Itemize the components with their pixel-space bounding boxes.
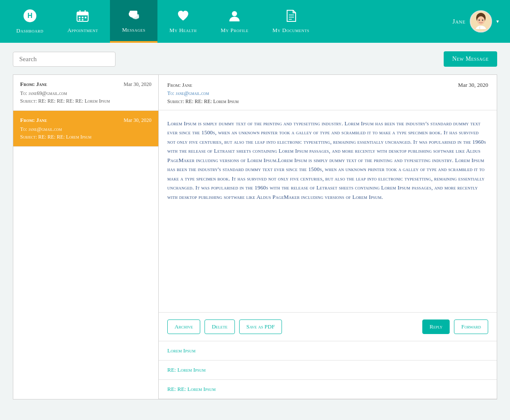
message-detail-header: From: Jane To: jane@gmail.com Subject: R… <box>159 75 497 110</box>
detail-to: To: jane@gmail.com <box>167 90 239 97</box>
action-row: Archive Delete Save as PDF Reply Forward <box>159 312 497 341</box>
svg-rect-10 <box>82 19 83 21</box>
main-container: New Message From: Jane Mar 30, 2020 To: … <box>0 43 510 408</box>
svg-rect-9 <box>79 19 80 21</box>
chat-icon <box>127 8 141 24</box>
nav-appointment-label: Appointment <box>67 27 98 34</box>
msg-from-1: From: Jane <box>20 81 47 88</box>
detail-from: From: Jane <box>167 82 239 89</box>
save-as-pdf-button[interactable]: Save as PDF <box>239 319 282 334</box>
message-preview-1[interactable]: From: Jane Mar 30, 2020 To: jane69@gmail… <box>13 75 158 111</box>
avatar <box>470 10 492 33</box>
msg-date-2: Mar 30, 2020 <box>124 117 151 124</box>
msg-subject-2: Subject: RE: RE: RE: Lorem Ipsum <box>20 134 151 140</box>
nav-dashboard-label: Dashboard <box>16 27 43 34</box>
nav-my-profile[interactable]: My Profile <box>209 0 261 43</box>
search-input[interactable] <box>13 52 116 67</box>
svg-point-21 <box>479 20 480 21</box>
msg-to-1: To: jane69@gmail.com <box>20 90 151 97</box>
nav-my-documents[interactable]: My Documents <box>261 0 321 43</box>
nav-messages[interactable]: Messages <box>110 0 157 43</box>
detail-date: Mar 30, 2020 <box>458 82 488 89</box>
messages-list: From: Jane Mar 30, 2020 To: jane69@gmail… <box>13 75 159 399</box>
archive-button[interactable]: Archive <box>167 319 200 334</box>
msg-subject-1: Subject: RE: RE: RE: RE: RE: Lorem Ipsum <box>20 98 151 104</box>
message-meta: From: Jane To: jane@gmail.com Subject: R… <box>167 82 239 105</box>
svg-rect-7 <box>82 17 83 18</box>
navbar: H Dashboard Appointment <box>0 0 510 43</box>
msg-to-2: To: jane@gmail.com <box>20 126 151 133</box>
calendar-icon <box>76 9 89 24</box>
svg-rect-3 <box>77 12 88 15</box>
nav-my-documents-label: My Documents <box>273 27 309 34</box>
detail-subject: Subject: RE: RE: RE: Lorem Ipsum <box>167 98 239 105</box>
reply-button[interactable]: Reply <box>422 319 450 334</box>
thread-item-1[interactable]: Lorem Ipsum <box>159 341 497 361</box>
person-icon <box>228 9 241 24</box>
new-message-button[interactable]: New Message <box>444 51 497 67</box>
nav-my-profile-label: My Profile <box>221 27 249 34</box>
svg-point-20 <box>477 16 485 25</box>
delete-button[interactable]: Delete <box>205 319 235 334</box>
svg-rect-8 <box>85 17 86 18</box>
thread-section: Lorem Ipsum RE: Lorem Ipsum RE: RE: Lore… <box>159 341 497 399</box>
nav-my-health-label: My Health <box>169 27 197 34</box>
svg-point-22 <box>482 20 483 21</box>
nav-user[interactable]: Jane ▾ <box>446 0 506 43</box>
svg-point-14 <box>232 11 237 16</box>
nav-my-health[interactable]: My Health <box>157 0 209 43</box>
heart-icon <box>177 9 190 24</box>
nav-dashboard[interactable]: H Dashboard <box>4 0 55 43</box>
nav-appointment[interactable]: Appointment <box>55 0 110 43</box>
nav-messages-label: Messages <box>122 27 145 33</box>
message-body: Lorem Ipsum is simply dummy text of the … <box>159 110 497 312</box>
thread-item-2[interactable]: RE: Lorem Ipsum <box>159 361 497 380</box>
forward-button[interactable]: Forward <box>454 319 488 334</box>
msg-from-2: From: Jane <box>20 117 47 124</box>
document-icon <box>285 9 297 24</box>
dashboard-icon: H <box>23 9 37 25</box>
svg-rect-6 <box>79 17 80 18</box>
thread-item-3[interactable]: RE: RE: Lorem Ipsum <box>159 380 497 399</box>
msg-date-1: Mar 30, 2020 <box>124 81 151 88</box>
chevron-down-icon: ▾ <box>496 18 499 25</box>
svg-text:H: H <box>27 12 33 19</box>
username-label: Jane <box>453 18 466 25</box>
content-area: From: Jane Mar 30, 2020 To: jane69@gmail… <box>13 74 497 399</box>
message-preview-2[interactable]: From: Jane Mar 30, 2020 To: jane@gmail.c… <box>13 111 158 147</box>
search-row: New Message <box>13 51 497 67</box>
message-detail-panel: From: Jane To: jane@gmail.com Subject: R… <box>159 75 497 399</box>
